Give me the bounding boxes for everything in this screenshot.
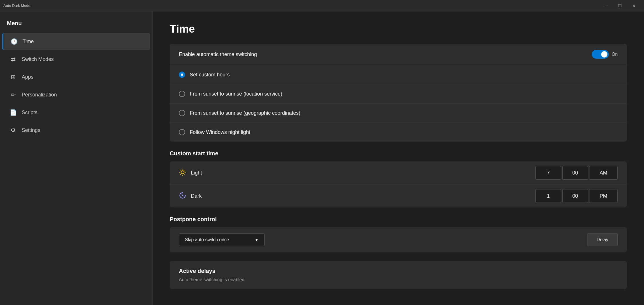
dark-time-row: Dark 1 00 PM [170, 185, 627, 207]
dark-time-inputs: 1 00 PM [535, 189, 618, 203]
light-minute-input[interactable]: 00 [562, 166, 588, 180]
radio-sunset-location[interactable]: From sunset to sunrise (location service… [170, 84, 627, 104]
radio-sunset-geo-label: From sunset to sunrise (geographic coord… [190, 110, 300, 116]
active-delays-text: Auto theme switching is enabled [179, 277, 618, 282]
sidebar-item-apps-label: Apps [22, 74, 33, 80]
light-hour-input[interactable]: 7 [535, 166, 561, 180]
titlebar: Auto Dark Mode − ❐ ✕ [0, 0, 644, 11]
radio-custom-hours-circle [179, 72, 185, 78]
svg-line-8 [185, 170, 185, 171]
switch-icon: ⇄ [9, 55, 17, 63]
svg-point-0 [181, 171, 184, 174]
radio-custom-hours-label: Set custom hours [190, 72, 230, 78]
enable-toggle[interactable] [592, 50, 609, 59]
options-card: Enable automatic theme switching On Set … [170, 44, 627, 142]
postpone-card: Skip auto switch once ▼ Delay [170, 227, 627, 252]
radio-night-light-circle [179, 129, 185, 135]
radio-sunset-location-circle [179, 91, 185, 97]
delay-button[interactable]: Delay [587, 233, 618, 246]
svg-line-3 [180, 170, 181, 171]
toggle-wrapper: On [592, 50, 618, 59]
clock-icon: 🕐 [10, 37, 18, 45]
sidebar-item-apps[interactable]: ⊞ Apps [2, 68, 150, 86]
sidebar-item-personalization[interactable]: ✏ Personalization [2, 86, 150, 103]
radio-sunset-geo[interactable]: From sunset to sunrise (geographic coord… [170, 104, 627, 123]
sidebar-item-scripts[interactable]: 📄 Scripts [2, 104, 150, 121]
scripts-icon: 📄 [9, 108, 17, 116]
svg-line-7 [180, 174, 181, 175]
dark-ampm-input[interactable]: PM [589, 189, 618, 203]
sun-icon [179, 169, 186, 177]
apps-icon: ⊞ [9, 73, 17, 81]
sidebar-item-switch-modes-label: Switch Modes [22, 56, 54, 62]
dark-minute-input[interactable]: 00 [562, 189, 588, 203]
toggle-knob [601, 51, 607, 58]
light-time-row: Light 7 00 AM [170, 161, 627, 185]
content-area: Time Enable automatic theme switching On… [153, 11, 644, 305]
custom-start-time-title: Custom start time [170, 150, 627, 157]
sidebar-item-time[interactable]: 🕐 Time [2, 33, 150, 50]
light-label: Light [191, 170, 202, 176]
enable-toggle-row: Enable automatic theme switching On [170, 44, 627, 65]
sidebar-item-switch-modes[interactable]: ⇄ Switch Modes [2, 51, 150, 68]
personalization-icon: ✏ [9, 91, 17, 99]
app-title: Auto Dark Mode [3, 3, 30, 8]
radio-custom-hours[interactable]: Set custom hours [170, 65, 627, 84]
active-delays-title: Active delays [179, 268, 618, 274]
dropdown-arrow-icon: ▼ [255, 237, 259, 242]
sidebar-heading: Menu [0, 17, 152, 32]
restore-button[interactable]: ❐ [613, 1, 626, 10]
dark-hour-input[interactable]: 1 [535, 189, 561, 203]
sidebar-item-settings[interactable]: ⚙ Settings [2, 122, 150, 139]
moon-icon [179, 192, 186, 200]
page-title: Time [170, 23, 627, 35]
sidebar-item-time-label: Time [23, 39, 34, 45]
postpone-row: Skip auto switch once ▼ Delay [170, 227, 627, 252]
radio-sunset-location-label: From sunset to sunrise (location service… [190, 91, 282, 97]
enable-label: Enable automatic theme switching [179, 52, 257, 58]
radio-night-light[interactable]: Follow Windows night light [170, 123, 627, 142]
radio-sunset-geo-circle [179, 110, 185, 116]
settings-icon: ⚙ [9, 126, 17, 134]
postpone-dropdown[interactable]: Skip auto switch once ▼ [179, 233, 265, 246]
time-card: Light 7 00 AM Dark [170, 161, 627, 207]
active-delays-card: Active delays Auto theme switching is en… [170, 261, 627, 289]
sidebar-item-settings-label: Settings [22, 127, 40, 133]
dark-label: Dark [191, 193, 202, 199]
postpone-dropdown-label: Skip auto switch once [185, 237, 229, 242]
dark-row-left: Dark [179, 192, 202, 200]
window-controls: − ❐ ✕ [599, 1, 641, 10]
svg-line-4 [185, 174, 185, 175]
sidebar: Menu 🕐 Time ⇄ Switch Modes ⊞ Apps ✏ Pers… [0, 11, 153, 305]
postpone-title: Postpone control [170, 216, 627, 223]
radio-night-light-label: Follow Windows night light [190, 129, 250, 135]
minimize-button[interactable]: − [599, 1, 612, 10]
sidebar-item-personalization-label: Personalization [22, 92, 57, 98]
light-time-inputs: 7 00 AM [535, 166, 618, 180]
toggle-state-label: On [612, 52, 618, 57]
main-layout: Menu 🕐 Time ⇄ Switch Modes ⊞ Apps ✏ Pers… [0, 11, 644, 305]
sidebar-item-scripts-label: Scripts [22, 110, 37, 116]
light-ampm-input[interactable]: AM [589, 166, 618, 180]
light-row-left: Light [179, 169, 202, 177]
close-button[interactable]: ✕ [627, 1, 641, 10]
